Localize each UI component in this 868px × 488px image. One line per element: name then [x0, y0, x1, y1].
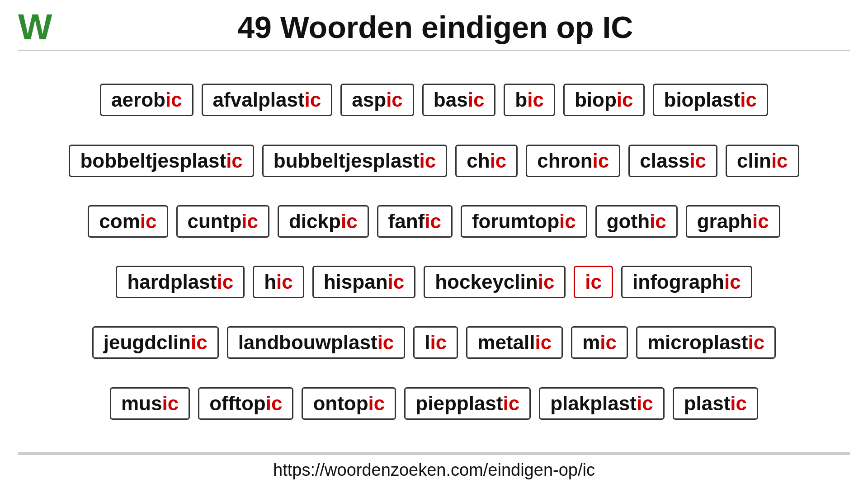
- word-prefix: biop: [575, 89, 617, 111]
- word-suffix: ic: [752, 210, 769, 233]
- word-box-2-5: gothic: [595, 205, 678, 238]
- word-box-3-1: hic: [253, 266, 304, 298]
- word-prefix: ch: [467, 150, 490, 172]
- word-box-2-1: cuntpic: [176, 205, 269, 238]
- word-suffix: ic: [305, 89, 321, 111]
- word-prefix: hispan: [324, 271, 388, 293]
- word-prefix: b: [515, 89, 527, 111]
- word-box-4-1: landbouwplastic: [227, 326, 406, 359]
- word-prefix: bubbeltjesplast: [274, 150, 420, 172]
- word-box-4-4: mic: [571, 326, 628, 359]
- word-prefix: bas: [434, 89, 468, 111]
- word-prefix: m: [582, 331, 600, 354]
- word-prefix: mus: [121, 392, 162, 415]
- word-suffix: ic: [650, 210, 666, 233]
- word-box-2-6: graphic: [686, 205, 780, 238]
- word-box-1-0: bobbeltjesplastic: [69, 145, 254, 177]
- word-suffix: ic: [503, 392, 519, 415]
- word-suffix: ic: [241, 210, 258, 233]
- word-prefix: ontop: [313, 392, 368, 415]
- word-box-0-6: bioplastic: [653, 84, 768, 116]
- word-box-2-2: dickpic: [278, 205, 369, 238]
- word-suffix: ic: [425, 210, 441, 233]
- word-box-4-3: metallic: [466, 326, 563, 359]
- word-suffix: ic: [162, 392, 179, 415]
- word-prefix: goth: [607, 210, 650, 233]
- word-prefix: cuntp: [188, 210, 242, 233]
- word-box-1-4: classic: [628, 145, 717, 177]
- word-suffix: ic: [341, 210, 358, 233]
- word-suffix: ic: [490, 150, 507, 172]
- page-title: 49 Woorden eindigen op IC: [66, 9, 841, 45]
- word-row-3: hardplastichichispanichockeyclinicicinfo…: [116, 266, 752, 298]
- word-box-0-4: bic: [504, 84, 555, 116]
- word-prefix: hockeyclin: [435, 271, 538, 293]
- word-box-2-4: forumtopic: [461, 205, 587, 238]
- word-prefix: l: [425, 331, 430, 354]
- header: W 49 Woorden eindigen op IC: [0, 0, 868, 50]
- word-suffix: ic: [593, 150, 609, 172]
- word-suffix: ic: [377, 331, 394, 354]
- word-suffix: ic: [740, 89, 757, 111]
- word-suffix: ic: [430, 331, 447, 354]
- word-box-3-3: hockeyclinic: [424, 266, 566, 298]
- word-prefix: class: [640, 150, 689, 172]
- word-box-4-5: microplastic: [636, 326, 776, 359]
- word-box-1-2: chic: [455, 145, 518, 177]
- word-suffix: ic: [191, 331, 208, 354]
- word-suffix: ic: [617, 89, 633, 111]
- word-box-3-2: hispanic: [312, 266, 416, 298]
- word-suffix: ic: [468, 89, 485, 111]
- word-row-1: bobbeltjesplasticbubbeltjesplasticchicch…: [69, 145, 799, 177]
- word-suffix: ic: [420, 150, 436, 172]
- word-prefix: clin: [737, 150, 771, 172]
- word-prefix: com: [99, 210, 140, 233]
- word-suffix: ic: [140, 210, 157, 233]
- word-prefix: bioplast: [664, 89, 741, 111]
- word-prefix: plast: [684, 392, 731, 415]
- word-box-0-1: afvalplastic: [202, 84, 333, 116]
- word-prefix: aerob: [111, 89, 165, 111]
- word-suffix: ic: [165, 89, 182, 111]
- word-prefix: hardplast: [127, 271, 217, 293]
- word-box-3-0: hardplastic: [116, 266, 245, 298]
- word-suffix: ic: [600, 331, 617, 354]
- word-row-2: comiccuntpicdickpicfanficforumtopicgothi…: [88, 205, 780, 238]
- word-suffix: ic: [386, 89, 403, 111]
- word-suffix: ic: [771, 150, 788, 172]
- word-suffix: ic: [527, 89, 544, 111]
- word-suffix: ic: [559, 210, 576, 233]
- word-prefix: forumtop: [472, 210, 559, 233]
- word-box-5-4: plakplastic: [539, 387, 664, 420]
- word-suffix: ic: [388, 271, 405, 293]
- word-prefix: metall: [477, 331, 535, 354]
- word-row-5: musicofftopicontopicpiepplasticplakplast…: [110, 387, 758, 420]
- words-container: aerobicafvalplasticaspicbasicbicbiopicbi…: [0, 51, 868, 452]
- word-prefix: bobbeltjesplast: [80, 150, 226, 172]
- word-suffix: ic: [276, 271, 293, 293]
- word-suffix: ic: [368, 392, 385, 415]
- word-suffix: ic: [724, 271, 741, 293]
- word-prefix: landbouwplast: [238, 331, 377, 354]
- word-box-0-3: basic: [422, 84, 496, 116]
- word-box-5-2: ontopic: [302, 387, 396, 420]
- word-box-0-2: aspic: [340, 84, 414, 116]
- word-box-3-5: infographic: [621, 266, 752, 298]
- word-box-0-5: biopic: [563, 84, 645, 116]
- word-box-0-0: aerobic: [100, 84, 193, 116]
- word-box-1-5: clinic: [726, 145, 799, 177]
- word-prefix: microplast: [647, 331, 748, 354]
- word-suffix: ic: [748, 331, 764, 354]
- word-box-2-0: comic: [88, 205, 168, 238]
- word-prefix: infograph: [632, 271, 724, 293]
- word-box-2-3: fanfic: [377, 205, 453, 238]
- word-suffix: ic: [217, 271, 233, 293]
- word-row-4: jeugdcliniclandbouwplasticlicmetallicmic…: [92, 326, 776, 359]
- word-suffix: ic: [637, 392, 653, 415]
- word-prefix: offtop: [209, 392, 266, 415]
- word-suffix: ic: [538, 271, 555, 293]
- word-box-5-0: music: [110, 387, 190, 420]
- word-suffix: ic: [689, 150, 706, 172]
- word-box-1-3: chronic: [526, 145, 620, 177]
- word-prefix: afvalplast: [213, 89, 305, 111]
